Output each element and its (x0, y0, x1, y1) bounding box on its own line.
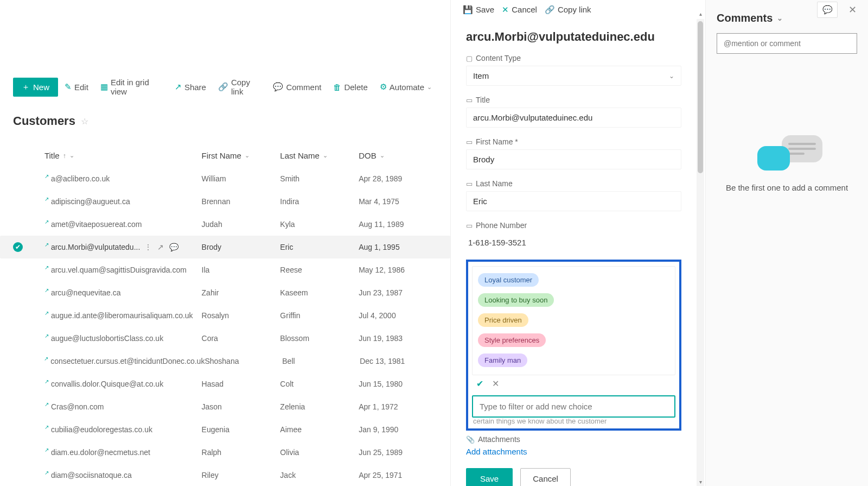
choice-list: Loyal customerLooking to buy soonPrice d… (472, 266, 675, 375)
cell-title-text: augue@luctuslobortisClass.co.uk (51, 334, 163, 343)
comment-icon: 💬 (822, 5, 833, 15)
choice-filter-input[interactable] (473, 396, 674, 416)
share-button[interactable]: ↗Share (169, 79, 212, 95)
comment-input[interactable]: @mention or comment (717, 33, 857, 54)
cell-lastname: Bell (282, 357, 360, 365)
table-row[interactable]: ↗augue.id.ante@liberomaurisaliquam.co.uk… (0, 304, 450, 327)
contenttype-dropdown[interactable]: Item⌄ (466, 66, 681, 86)
cell-dob: May 12, 1986 (359, 266, 437, 274)
lastname-field[interactable]: Eric (466, 191, 681, 211)
add-attachments-link[interactable]: Add attachments (466, 447, 681, 456)
panel-cancel-button[interactable]: ✕Cancel (502, 5, 537, 15)
details-panel: 💾Save ✕Cancel 🔗Copy link arcu.Morbi@vulp… (450, 0, 705, 486)
copylink-label: Copy link (231, 78, 261, 96)
table-row[interactable]: ↗diam.eu.dolor@necmetus.netRalphOliviaJu… (0, 441, 450, 464)
table-row[interactable]: ✔↗arcu.Morbi@vulputatedu...⋮↗💬BrodyEricA… (0, 236, 450, 258)
edit-button[interactable]: ✎Edit (59, 79, 94, 95)
empty-state-illustration (752, 135, 822, 173)
new-button[interactable]: ＋ New (13, 78, 58, 97)
table-row[interactable]: ↗diam@sociisnatoque.caRileyJackApr 25, 1… (0, 464, 450, 486)
table-row[interactable]: ↗cubilia@eudoloregestas.co.ukEugeniaAime… (0, 418, 450, 441)
col-header-lastname[interactable]: Last Name⌄ (280, 151, 359, 160)
delete-button[interactable]: 🗑Delete (328, 79, 373, 95)
table-row[interactable]: ↗arcu@nequevitae.caZahirKaseemJun 23, 19… (0, 281, 450, 304)
cell-dob: Jun 23, 1987 (359, 288, 437, 297)
cell-title-text: amet@vitaeposuereat.com (51, 220, 142, 229)
close-icon: ✕ (502, 5, 509, 15)
firstname-field[interactable]: Brody (466, 149, 681, 169)
confirm-icon[interactable]: ✔ (476, 378, 483, 389)
col-header-dob[interactable]: DOB⌄ (359, 151, 437, 160)
main-list-area: ＋ New ✎Edit ▦Edit in grid view ↗Share 🔗C… (0, 0, 450, 486)
chevron-down-icon[interactable]: ⌄ (777, 14, 783, 22)
choice-option[interactable]: Loyal customer (476, 270, 672, 290)
cell-lastname: Aimee (280, 425, 359, 434)
grid-header: Title↑⌄ First Name⌄ Last Name⌄ DOB⌄ (0, 144, 450, 167)
grid-icon: ▦ (100, 82, 108, 92)
item-indicator-icon: ↗ (44, 196, 49, 202)
text-icon: ▭ (466, 222, 473, 230)
cell-lastname: Eric (280, 243, 359, 251)
title-field[interactable]: arcu.Morbi@vulputateduinec.edu (466, 108, 681, 128)
grid-body: ↗a@aclibero.co.ukWilliamSmithApr 28, 198… (0, 167, 450, 486)
copylink-button[interactable]: 🔗Copy link (213, 74, 266, 99)
item-indicator-icon: ↗ (44, 356, 48, 362)
cell-lastname: Reese (280, 266, 359, 274)
col-fn-text: First Name (202, 151, 241, 160)
scroll-down-icon[interactable]: ▾ (697, 479, 704, 485)
panel-copylink-button[interactable]: 🔗Copy link (545, 5, 591, 15)
edit-grid-button[interactable]: ▦Edit in grid view (95, 74, 168, 99)
speech-bubble-icon (757, 146, 790, 171)
cancel-button[interactable]: Cancel (520, 468, 571, 486)
automate-button[interactable]: ⚙Automate ⌄ (374, 79, 437, 95)
scrollbar-thumb[interactable] (698, 21, 703, 173)
table-row[interactable]: ↗convallis.dolor.Quisque@at.co.ukHasadCo… (0, 373, 450, 395)
panel-save-button[interactable]: 💾Save (463, 5, 494, 15)
contenttype-value: Item (473, 71, 489, 80)
cell-title: ↗a@aclibero.co.uk (44, 174, 202, 183)
cell-dob: Aug 11, 1989 (359, 220, 437, 229)
more-icon[interactable]: ⋮ (144, 243, 152, 251)
item-title: arcu.Morbi@vulputateduinec.edu (466, 30, 681, 44)
col-header-title[interactable]: Title↑⌄ (44, 151, 202, 160)
cell-firstname: Brennan (202, 197, 280, 206)
label-title-text: Title (476, 96, 490, 104)
cell-title-text: consectetuer.cursus.et@tinciduntDonec.co… (50, 357, 205, 365)
cell-firstname: Cora (202, 334, 280, 343)
item-indicator-icon: ↗ (44, 333, 49, 339)
col-header-firstname[interactable]: First Name⌄ (202, 151, 280, 160)
chevron-down-icon: ⌄ (69, 152, 74, 159)
table-row[interactable]: ↗amet@vitaeposuereat.comJudahKylaAug 11,… (0, 213, 450, 236)
table-row[interactable]: ↗adipiscing@augueut.caBrennanIndiraMar 4… (0, 190, 450, 213)
panel-scrollbar[interactable]: ▴ ▾ (697, 19, 704, 486)
choice-option[interactable]: Style preferences (476, 330, 672, 350)
automate-label: Automate (390, 83, 424, 92)
share-icon[interactable]: ↗ (157, 243, 164, 251)
cell-title: ↗arcu.Morbi@vulputatedu...⋮↗💬 (44, 243, 202, 251)
pencil-icon: ✎ (65, 82, 72, 92)
close-panel-button[interactable]: ✕ (842, 2, 863, 18)
cell-title-text: diam@sociisnatoque.ca (51, 471, 132, 479)
choice-option[interactable]: Looking to buy soon (476, 290, 672, 310)
cell-title: ↗diam.eu.dolor@necmetus.net (44, 448, 202, 457)
table-row[interactable]: ↗consectetuer.cursus.et@tinciduntDonec.c… (0, 350, 450, 373)
choice-option[interactable]: Family man (476, 350, 672, 370)
comment-button[interactable]: 💬Comment (267, 79, 327, 95)
cell-dob: Mar 4, 1975 (359, 197, 437, 206)
table-row[interactable]: ↗Cras@non.comJasonZeleniaApr 1, 1972 (0, 395, 450, 418)
choice-option[interactable]: Price driven (476, 310, 672, 330)
star-icon[interactable]: ☆ (81, 116, 88, 127)
cell-lastname: Olivia (280, 448, 359, 457)
save-button[interactable]: Save (466, 468, 513, 486)
comment-icon[interactable]: 💬 (169, 243, 178, 251)
lastname-value: Eric (473, 197, 487, 206)
table-row[interactable]: ↗arcu.vel.quam@sagittisDuisgravida.comIl… (0, 258, 450, 281)
label-contenttype-text: Content Type (476, 54, 521, 62)
choice-filter-wrap (472, 395, 675, 418)
table-row[interactable]: ↗augue@luctuslobortisClass.co.ukCoraBlos… (0, 327, 450, 350)
scroll-up-icon[interactable]: ▴ (697, 11, 704, 17)
cell-title-text: a@aclibero.co.uk (51, 174, 110, 183)
table-row[interactable]: ↗a@aclibero.co.ukWilliamSmithApr 28, 198… (0, 167, 450, 190)
cancel-choice-icon[interactable]: ✕ (492, 378, 499, 389)
toggle-comments-button[interactable]: 💬 (817, 2, 838, 18)
